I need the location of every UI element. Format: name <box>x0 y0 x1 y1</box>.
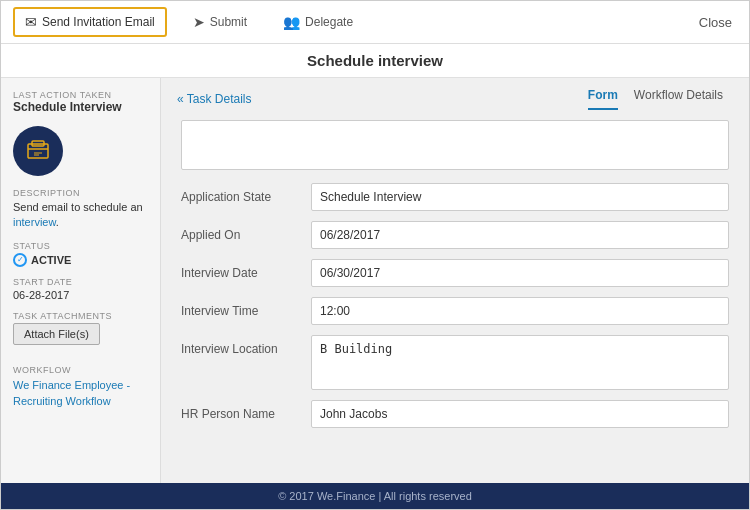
tab-workflow-details[interactable]: Workflow Details <box>634 88 723 110</box>
start-date-label: Start Date <box>13 277 148 287</box>
workflow-label: Workflow <box>13 365 148 375</box>
send-invitation-label: Send Invitation Email <box>42 15 155 29</box>
toolbar: ✉ Send Invitation Email ➤ Submit 👥 Deleg… <box>1 1 749 44</box>
footer: © 2017 We.Finance | All rights reserved <box>1 483 749 509</box>
notes-textarea[interactable] <box>181 120 729 170</box>
applied-on-label: Applied On <box>181 221 311 242</box>
last-action-value: Schedule Interview <box>13 100 148 114</box>
interview-location-input[interactable]: B Building <box>311 335 729 390</box>
form-row-applied-on: Applied On <box>181 221 729 249</box>
submit-button[interactable]: ➤ Submit <box>183 9 257 35</box>
delegate-button[interactable]: 👥 Delegate <box>273 9 363 35</box>
status-label: Status <box>13 241 148 251</box>
workflow-link[interactable]: We Finance Employee - Recruiting Workflo… <box>13 379 130 407</box>
interview-time-label: Interview Time <box>181 297 311 318</box>
hr-person-label: HR Person Name <box>181 400 311 421</box>
send-invitation-icon: ✉ <box>25 14 37 30</box>
sidebar: LAST ACTION TAKEN Schedule Interview Des… <box>1 78 161 483</box>
applied-on-input[interactable] <box>311 221 729 249</box>
modal-container: ✉ Send Invitation Email ➤ Submit 👥 Deleg… <box>0 0 750 510</box>
footer-text: © 2017 We.Finance | All rights reserved <box>278 490 472 502</box>
interview-date-label: Interview Date <box>181 259 311 280</box>
description-text: Send email to schedule an interview. <box>13 200 148 231</box>
delegate-icon: 👥 <box>283 14 300 30</box>
application-state-input[interactable] <box>311 183 729 211</box>
send-invitation-button[interactable]: ✉ Send Invitation Email <box>13 7 167 37</box>
delegate-label: Delegate <box>305 15 353 29</box>
tab-form[interactable]: Form <box>588 88 618 110</box>
form-row-interview-time: Interview Time <box>181 297 729 325</box>
form-row-hr-person: HR Person Name <box>181 400 729 428</box>
form-body: Application State Applied On Interview D… <box>161 110 749 458</box>
close-button[interactable]: Close <box>694 10 737 35</box>
avatar <box>13 126 63 176</box>
form-header: « Task Details Form Workflow Details <box>161 78 749 110</box>
application-state-label: Application State <box>181 183 311 204</box>
modal-title-text: Schedule interview <box>307 52 443 69</box>
submit-icon: ➤ <box>193 14 205 30</box>
back-link[interactable]: « Task Details <box>177 92 251 106</box>
interview-date-input[interactable] <box>311 259 729 287</box>
interview-time-input[interactable] <box>311 297 729 325</box>
interview-location-label: Interview Location <box>181 335 311 356</box>
status-value: ACTIVE <box>31 254 71 266</box>
last-action-label: LAST ACTION TAKEN <box>13 90 148 100</box>
form-row-interview-date: Interview Date <box>181 259 729 287</box>
description-label: Description <box>13 188 148 198</box>
status-row: ACTIVE <box>13 253 148 267</box>
submit-label: Submit <box>210 15 247 29</box>
main-content: LAST ACTION TAKEN Schedule Interview Des… <box>1 78 749 483</box>
form-row-application-state: Application State <box>181 183 729 211</box>
avatar-icon <box>24 137 52 165</box>
task-attachments-label: Task Attachments <box>13 311 148 321</box>
attach-file-button[interactable]: Attach File(s) <box>13 323 100 345</box>
interview-link[interactable]: interview <box>13 216 56 228</box>
form-row-interview-location: Interview Location B Building <box>181 335 729 390</box>
form-area: « Task Details Form Workflow Details App… <box>161 78 749 483</box>
modal-title: Schedule interview <box>1 44 749 78</box>
status-icon <box>13 253 27 267</box>
tabs: Form Workflow Details <box>588 88 733 110</box>
hr-person-input[interactable] <box>311 400 729 428</box>
start-date-value: 06-28-2017 <box>13 289 148 301</box>
